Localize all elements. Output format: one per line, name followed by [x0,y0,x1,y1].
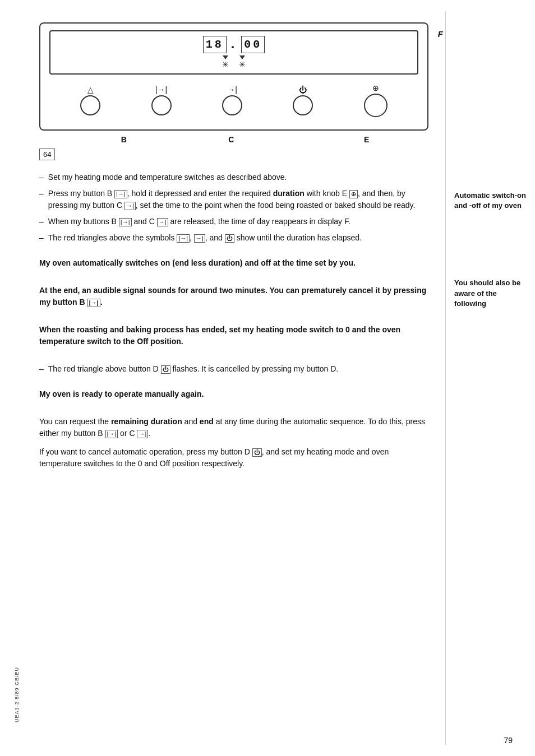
bullet-item-2: – Press my button B |→|, hold it depress… [39,188,428,211]
snowflake-2: ✳ [239,60,246,69]
bullet-item-3: – When my buttons B |→| and C →| are rel… [39,216,428,228]
display-area: 18 . 00 ✳ [49,30,418,75]
bullet-item-4: – The red triangles above the symbols |→… [39,232,428,244]
bullet-list-flash: – The red triangle above button D ⏻ flas… [39,363,428,379]
indicator-2: ✳ [239,55,246,69]
display-indicators: ✳ ✳ [222,55,246,69]
sidebar-label-automatic: Automatic switch-on and -off of my oven [454,191,527,211]
section-roasting: When the roasting and baking process has… [39,324,428,354]
button-group-d: ⏻ [293,85,313,115]
diagram-page-number: 64 [39,149,55,160]
symbol-b-icon: |→| [177,234,190,243]
digit2: 00 [241,36,265,53]
symbol-d-icon: ⏻ [225,234,234,243]
button-group-e: ⊕ [364,84,388,117]
para-roasting: When the roasting and baking process has… [39,324,428,347]
sidebar-section1: Automatic switch-on and -off of my oven [454,22,527,211]
button-circle-c[interactable] [222,95,242,115]
section-request: You can request the remaining duration a… [39,416,428,476]
button-circle-b[interactable] [151,95,172,115]
arrow-b-icon: |→| [155,85,167,94]
section-ready: My oven is ready to operate manually aga… [39,388,428,407]
button-circle-e[interactable] [364,94,388,117]
btn-e-icon-inline: ⊕ [349,190,358,198]
button-labels-row: B C E [39,133,428,146]
btn-c-icon-inline2: →| [157,218,168,226]
timer-d-icon: ⏻ [299,85,307,94]
para-ready: My oven is ready to operate manually aga… [39,388,428,400]
bell-icon: △ [87,85,94,94]
para-request: You can request the remaining duration a… [39,416,428,439]
bullet-item-1: – Set my heating mode and temperature sw… [39,171,428,183]
btn-c-icon-inline: →| [124,202,136,210]
knob-e-icon: ⊕ [372,84,379,92]
button-circle-d[interactable] [293,95,313,115]
btn-c-icon-request: →| [137,430,148,438]
btn-d-icon-flash: ⏻ [161,365,170,374]
button-label-c: C [228,135,234,144]
diagram-box: 18 . 00 ✳ [39,22,428,131]
bullet-item-flash: – The red triangle above button D ⏻ flas… [39,363,428,375]
symbol-c-icon: →| [194,234,205,243]
section-audible: At the end, an audible signal sounds for… [39,285,428,315]
buttons-row: △ |→| →| ⏻ [49,80,418,120]
diagram-label-f: F [438,29,443,39]
page-number-box: 64 [39,146,428,160]
triangle-icon-2 [239,55,245,59]
button-label-e: E [364,135,369,144]
page-number: 79 [504,736,513,745]
digit-colon: . [229,37,239,52]
footer-code: UEA1-2 8/89 GB/EU [14,667,20,722]
left-margin: UEA1-2 8/89 GB/EU [0,11,34,745]
button-group-bell: △ [80,85,100,115]
page-footer: 79 [504,736,513,745]
display-digits: 18 . 00 [203,36,265,53]
para-audible: At the end, an audible signal sounds for… [39,285,428,308]
arrow-c-icon: →| [227,85,237,94]
right-sidebar: Automatic switch-on and -off of my oven … [445,11,535,745]
btn-d-icon-cancel: ⏻ [252,448,262,457]
section-auto-switches: My oven automatically switches on (end l… [39,257,428,276]
button-group-b: |→| [151,85,172,115]
btn-b-icon-audible: |→| [87,299,100,307]
btn-b-icon-inline2: |→| [119,218,132,226]
digit1: 18 [203,36,227,53]
indicator-1: ✳ [222,55,229,69]
sidebar-label-aware: You should also be aware of the followin… [454,278,527,309]
button-label-b: B [121,135,127,144]
para-auto-switches: My oven automatically switches on (end l… [39,257,428,269]
triangle-icon-1 [223,55,228,59]
button-circle-a[interactable] [80,95,100,115]
diagram-section: 18 . 00 ✳ [39,22,428,160]
button-group-c: →| [222,85,242,115]
sidebar-section2: You should also be aware of the followin… [454,233,527,309]
bullet-list-section1: – Set my heating mode and temperature sw… [39,171,428,248]
para-cancel: If you want to cancel automatic operatio… [39,446,428,470]
btn-b-icon-request: |→| [105,430,118,438]
snowflake-1: ✳ [222,60,229,69]
btn-b-icon-inline: |→| [114,190,127,198]
main-content: 18 . 00 ✳ [34,11,445,745]
